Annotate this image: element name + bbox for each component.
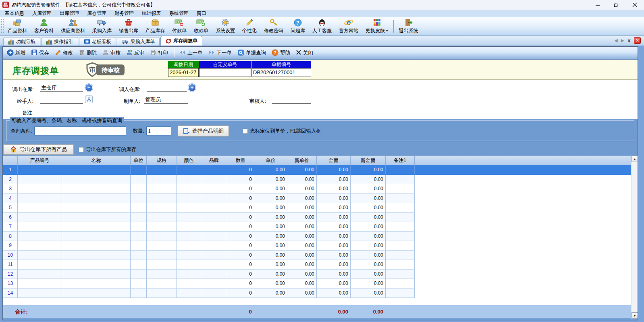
cell-new_price[interactable]: 0.00 xyxy=(287,175,317,185)
cell-qty[interactable]: 0 xyxy=(227,165,254,175)
cell-qty[interactable]: 0 xyxy=(227,184,254,194)
toolbar-button-personalize[interactable]: 个性化 xyxy=(239,17,260,35)
cell-name[interactable] xyxy=(62,203,131,213)
cell-unit[interactable] xyxy=(131,194,147,204)
handler-select-button[interactable] xyxy=(85,96,93,103)
cell-spec[interactable] xyxy=(147,213,177,222)
cell-unit[interactable] xyxy=(131,241,147,251)
cell-code[interactable] xyxy=(18,260,62,270)
table-row[interactable]: 600.000.000.000.00 xyxy=(3,213,631,222)
menu-item-5[interactable]: 财务管理 xyxy=(110,10,138,17)
cell-unit[interactable] xyxy=(131,232,147,241)
quantity-input[interactable] xyxy=(146,127,171,135)
cell-name[interactable] xyxy=(62,222,131,232)
dropdown-arrow-icon[interactable]: ▾ xyxy=(386,29,388,33)
doc-toolbar-audit-button[interactable]: 审核 xyxy=(102,49,120,57)
doc-toolbar-save-button[interactable]: 保存 xyxy=(31,49,49,57)
cell-new_amount[interactable]: 0.00 xyxy=(351,232,386,241)
cell-price[interactable]: 0.00 xyxy=(254,251,287,260)
cell-code[interactable] xyxy=(18,213,62,222)
cell-qty[interactable]: 0 xyxy=(227,279,254,289)
cell-name[interactable] xyxy=(62,213,131,222)
tab-close-button[interactable]: ✕ xyxy=(634,37,641,44)
cell-qty[interactable]: 0 xyxy=(227,270,254,279)
cell-new_price[interactable]: 0.00 xyxy=(287,213,317,222)
cell-amount[interactable]: 0.00 xyxy=(317,279,351,289)
cell-amount[interactable]: 0.00 xyxy=(317,289,351,298)
cell-unit[interactable] xyxy=(131,289,147,298)
cell-spec[interactable] xyxy=(147,184,177,194)
grid-column-header-10[interactable]: 金额 xyxy=(317,156,351,165)
cell-spec[interactable] xyxy=(147,279,177,289)
cell-amount[interactable]: 0.00 xyxy=(317,222,351,232)
toolbar-grip[interactable] xyxy=(1,19,4,33)
cell-code[interactable] xyxy=(18,251,62,260)
grid-column-header-9[interactable]: 新单价 xyxy=(287,156,317,165)
doc-number-value[interactable] xyxy=(199,68,251,77)
cell-name[interactable] xyxy=(62,175,131,185)
tab-op-guide[interactable]: 操作指引 xyxy=(41,37,78,46)
cell-color[interactable] xyxy=(177,279,201,289)
cell-spec[interactable] xyxy=(147,222,177,232)
cell-brand[interactable] xyxy=(201,241,227,251)
handler-value[interactable] xyxy=(40,96,83,104)
doc-toolbar-print-button[interactable]: 打印 xyxy=(150,49,168,57)
cell-name[interactable] xyxy=(62,289,131,298)
toolbar-button-exit[interactable]: 退出系统 xyxy=(395,17,422,35)
cell-color[interactable] xyxy=(177,260,201,270)
cell-price[interactable]: 0.00 xyxy=(254,213,287,222)
cell-new_amount[interactable]: 0.00 xyxy=(351,194,386,204)
cell-qty[interactable]: 0 xyxy=(227,251,254,260)
cell-unit[interactable] xyxy=(131,222,147,232)
doc-toolbar-edit-button[interactable]: 修改 xyxy=(55,49,73,57)
table-row[interactable]: 200.000.000.000.00 xyxy=(3,175,631,185)
query-condition-input[interactable] xyxy=(34,127,126,135)
cell-remark1[interactable] xyxy=(386,279,415,289)
cell-new_price[interactable]: 0.00 xyxy=(287,270,317,279)
tab-scroll-right-icon[interactable]: ▶ xyxy=(621,38,624,43)
cell-qty[interactable]: 0 xyxy=(227,260,254,270)
grid-column-header-5[interactable]: 颜色 xyxy=(177,156,201,165)
grid-column-header-12[interactable]: 备注1 xyxy=(386,156,415,165)
cell-unit[interactable] xyxy=(131,175,147,185)
cell-brand[interactable] xyxy=(201,184,227,194)
tab-list-icon[interactable]: »▼ xyxy=(627,38,631,44)
table-row[interactable]: 1100.000.000.000.00 xyxy=(3,260,631,270)
in-warehouse-select-button[interactable]: + xyxy=(188,84,196,91)
cell-new_amount[interactable]: 0.00 xyxy=(351,222,386,232)
cell-name[interactable] xyxy=(62,184,131,194)
cell-code[interactable] xyxy=(18,222,62,232)
cell-brand[interactable] xyxy=(201,194,227,204)
cell-brand[interactable] xyxy=(201,251,227,260)
toolbar-button-purchase-in[interactable]: 采购入库 xyxy=(89,17,115,35)
cell-new_price[interactable]: 0.00 xyxy=(287,232,317,241)
grid-column-header-1[interactable]: 产品编号 xyxy=(18,156,62,165)
cell-unit[interactable] xyxy=(131,260,147,270)
cell-qty[interactable]: 0 xyxy=(227,289,254,298)
table-row[interactable]: 500.000.000.000.00 xyxy=(3,203,631,213)
cell-code[interactable] xyxy=(18,203,62,213)
out-warehouse-select-button[interactable]: − xyxy=(85,84,93,91)
toolbar-button-suppliers[interactable]: 供应商资料 xyxy=(57,17,89,35)
toolbar-button-receipt[interactable]: 收款单 xyxy=(190,17,212,35)
cell-spec[interactable] xyxy=(147,251,177,260)
cell-qty[interactable]: 0 xyxy=(227,222,254,232)
tab-nav-guide[interactable]: 功能导航 xyxy=(3,37,40,46)
cell-remark1[interactable] xyxy=(386,251,415,260)
cell-name[interactable] xyxy=(62,194,131,204)
cell-remark1[interactable] xyxy=(386,232,415,241)
cell-amount[interactable]: 0.00 xyxy=(317,175,351,185)
cell-code[interactable] xyxy=(18,175,62,185)
tab-transfer-order[interactable]: 库存调拨单 xyxy=(160,36,202,46)
doc-toolbar-search-doc-button[interactable]: 单据查询 xyxy=(237,49,266,57)
restore-button[interactable] xyxy=(607,0,625,10)
cell-color[interactable] xyxy=(177,222,201,232)
cell-new_amount[interactable]: 0.00 xyxy=(351,289,386,298)
cell-spec[interactable] xyxy=(147,203,177,213)
cell-price[interactable]: 0.00 xyxy=(254,222,287,232)
cell-price[interactable]: 0.00 xyxy=(254,289,287,298)
menu-item-6[interactable]: 统计报表 xyxy=(138,10,165,17)
cell-new_amount[interactable]: 0.00 xyxy=(351,213,386,222)
cell-color[interactable] xyxy=(177,251,201,260)
cell-remark1[interactable] xyxy=(386,270,415,279)
